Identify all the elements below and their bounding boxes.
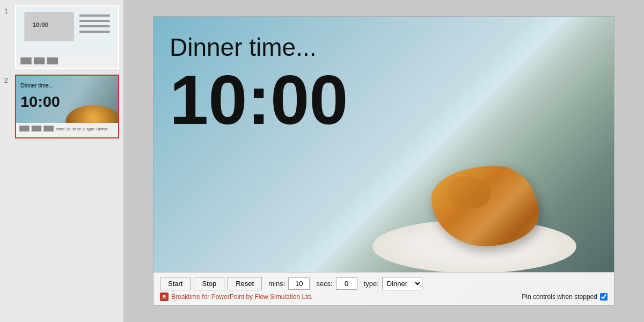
slide-number-1: 1: [4, 8, 12, 15]
reset-button[interactable]: Reset: [228, 277, 262, 290]
crepe-food: [431, 166, 539, 246]
stop-button[interactable]: Stop: [194, 277, 224, 290]
secs-input[interactable]: [336, 277, 357, 290]
type-label: type:: [364, 280, 379, 288]
controls-bar: Start Stop Reset mins: secs: type: Dinne…: [153, 272, 614, 305]
pin-control-area: Pin controls when stopped: [522, 293, 608, 301]
branding-area: B Breaktime for PowerPoint by Flow Simul…: [160, 292, 312, 301]
slide-thumb-wrapper-1: 1: [4, 5, 119, 69]
branding-icon: B: [160, 292, 169, 301]
pin-checkbox[interactable]: [600, 293, 608, 301]
slide-number-2: 2: [4, 77, 12, 84]
main-area: Dinner time... 10:00 Start Stop Reset mi…: [123, 0, 644, 322]
slide-thumb-wrapper-2: 2: [4, 75, 119, 138]
start-button[interactable]: Start: [160, 277, 191, 290]
mins-input[interactable]: [288, 277, 310, 290]
slide-title: Dinner time...: [170, 33, 317, 62]
slide-container: Dinner time... 10:00 Start Stop Reset mi…: [153, 16, 614, 306]
secs-label: secs:: [316, 280, 332, 288]
controls-row-buttons: Start Stop Reset mins: secs: type: Dinne…: [160, 277, 608, 290]
branding-text: Breaktime for PowerPoint by Flow Simulat…: [171, 293, 312, 301]
type-select[interactable]: Dinner Break Lunch Custom: [382, 277, 422, 290]
food-plate-decoration: [362, 101, 587, 273]
slide-1-thumb[interactable]: [15, 5, 119, 69]
food-item: [431, 166, 539, 246]
slide-2-thumb[interactable]: [15, 75, 119, 138]
controls-row-branding: B Breaktime for PowerPoint by Flow Simul…: [160, 292, 608, 301]
mins-label: mins:: [268, 280, 285, 288]
slide-timer: 10:00: [170, 65, 348, 135]
slide-panel: 1 2: [0, 0, 123, 322]
pin-label: Pin controls when stopped: [522, 293, 597, 301]
